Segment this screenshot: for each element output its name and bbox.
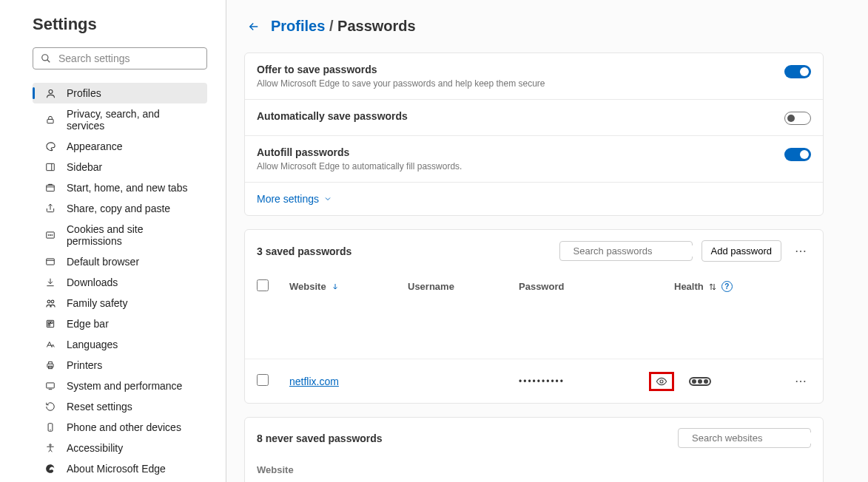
eye-icon — [656, 376, 667, 387]
reveal-password-button[interactable] — [649, 372, 674, 391]
col-website[interactable]: Website — [289, 281, 326, 292]
nav-cookies[interactable]: Cookies and site permissions — [33, 219, 207, 251]
password-masked: •••••••••• — [519, 376, 565, 387]
svg-rect-19 — [47, 364, 53, 367]
autofill-desc: Allow Microsoft Edge to automatically fi… — [257, 161, 784, 172]
never-saved-card: 8 never saved passwords Website amazon.i… — [244, 417, 824, 482]
svg-point-2 — [49, 89, 53, 93]
nav-sidebar[interactable]: Sidebar — [33, 157, 207, 177]
nav-default-browser[interactable]: Default browser — [33, 251, 207, 272]
password-settings-card: Offer to save passwords Allow Microsoft … — [244, 52, 824, 216]
nav-downloads[interactable]: Downloads — [33, 272, 207, 293]
reset-icon — [43, 401, 58, 413]
svg-rect-21 — [47, 383, 55, 388]
password-search-input[interactable] — [573, 245, 698, 257]
main-content: Profiles / Passwords Offer to save passw… — [226, 0, 868, 482]
nav-share[interactable]: Share, copy and paste — [33, 198, 207, 219]
sort-icon[interactable] — [708, 282, 717, 291]
system-icon — [43, 380, 58, 392]
select-all-checkbox[interactable] — [257, 279, 269, 291]
offer-title: Offer to save passwords — [257, 64, 784, 75]
nav-profiles[interactable]: Profiles — [33, 83, 207, 103]
svg-point-10 — [52, 234, 53, 235]
svg-point-0 — [42, 55, 48, 61]
svg-rect-16 — [48, 322, 50, 323]
nav-family[interactable]: Family safety — [33, 293, 207, 313]
printer-icon — [43, 359, 58, 371]
settings-nav: Profiles Privacy, search, and services A… — [33, 83, 207, 479]
password-search-box[interactable] — [559, 241, 693, 261]
phone-icon — [43, 421, 58, 433]
nav-reset[interactable]: Reset settings — [33, 396, 207, 417]
auto-save-row: Automatically save passwords — [245, 100, 823, 136]
nav-appearance[interactable]: Appearance — [33, 136, 207, 157]
never-count: 8 never saved passwords — [257, 432, 669, 444]
chevron-down-icon — [323, 194, 332, 203]
more-settings-link[interactable]: More settings — [257, 193, 332, 205]
health-indicator — [689, 377, 711, 386]
auto-toggle[interactable] — [784, 112, 811, 125]
sort-down-icon[interactable] — [331, 282, 340, 291]
nav-edgebar[interactable]: Edge bar — [33, 313, 207, 334]
svg-point-25 — [50, 444, 51, 446]
svg-point-9 — [50, 234, 50, 235]
family-icon — [43, 297, 58, 309]
lock-icon — [43, 114, 58, 126]
row-checkbox[interactable] — [257, 374, 269, 386]
language-icon — [43, 339, 58, 350]
breadcrumb: Profiles / Passwords — [244, 18, 824, 35]
page-title: Settings — [33, 15, 211, 34]
nav-privacy[interactable]: Privacy, search, and services — [33, 103, 207, 136]
autofill-toggle[interactable] — [784, 148, 811, 161]
search-icon — [41, 53, 51, 64]
offer-toggle[interactable] — [784, 65, 811, 78]
offer-desc: Allow Microsoft Edge to save your passwo… — [257, 78, 784, 89]
svg-point-28 — [660, 380, 663, 383]
nav-phone[interactable]: Phone and other devices — [33, 417, 207, 438]
help-icon[interactable]: ? — [721, 281, 733, 292]
breadcrumb-sep: / — [329, 18, 334, 34]
nav-system[interactable]: System and performance — [33, 376, 207, 396]
appearance-icon — [43, 140, 58, 152]
svg-line-1 — [47, 60, 50, 63]
svg-rect-3 — [47, 119, 53, 123]
password-row: netflix.com •••••••••• ⋯ — [245, 359, 823, 403]
saved-header: 3 saved passwords Add password ⋯ — [245, 230, 823, 272]
svg-rect-6 — [47, 186, 55, 191]
row-more-button[interactable]: ⋯ — [790, 371, 811, 391]
never-search-box[interactable] — [678, 428, 811, 448]
col-health[interactable]: Health — [674, 281, 704, 292]
col-username[interactable]: Username — [408, 281, 519, 292]
svg-rect-17 — [51, 322, 53, 323]
svg-rect-11 — [47, 259, 55, 265]
nav-about[interactable]: About Microsoft Edge — [33, 458, 207, 479]
saved-table-header: Website Username Password Health ? — [245, 272, 823, 307]
edge-icon — [43, 463, 58, 475]
edgebar-icon — [43, 318, 58, 330]
offer-save-row: Offer to save passwords Allow Microsoft … — [245, 53, 823, 100]
breadcrumb-parent[interactable]: Profiles — [271, 18, 325, 34]
nav-accessibility[interactable]: Accessibility — [33, 438, 207, 458]
site-link[interactable]: netflix.com — [289, 376, 339, 387]
auto-title: Automatically save passwords — [257, 110, 784, 122]
download-icon — [43, 276, 58, 288]
settings-search-box[interactable] — [33, 47, 207, 69]
share-icon — [43, 203, 58, 214]
saved-more-button[interactable]: ⋯ — [790, 241, 811, 261]
accessibility-icon — [43, 442, 58, 454]
nav-languages[interactable]: Languages — [33, 334, 207, 355]
saved-count: 3 saved passwords — [257, 245, 551, 257]
tabs-icon — [43, 182, 58, 194]
saved-passwords-card: 3 saved passwords Add password ⋯ Website… — [244, 229, 824, 404]
add-password-button[interactable]: Add password — [702, 240, 781, 262]
back-button[interactable] — [247, 20, 260, 33]
never-header: 8 never saved passwords — [245, 418, 823, 458]
settings-search-input[interactable] — [58, 52, 199, 64]
svg-point-8 — [48, 234, 49, 235]
nav-start[interactable]: Start, home, and new tabs — [33, 177, 207, 198]
autofill-row: Autofill passwords Allow Microsoft Edge … — [245, 136, 823, 183]
svg-rect-7 — [47, 232, 55, 238]
col-password[interactable]: Password — [519, 281, 674, 292]
never-search-input[interactable] — [692, 432, 816, 444]
nav-printers[interactable]: Printers — [33, 355, 207, 376]
